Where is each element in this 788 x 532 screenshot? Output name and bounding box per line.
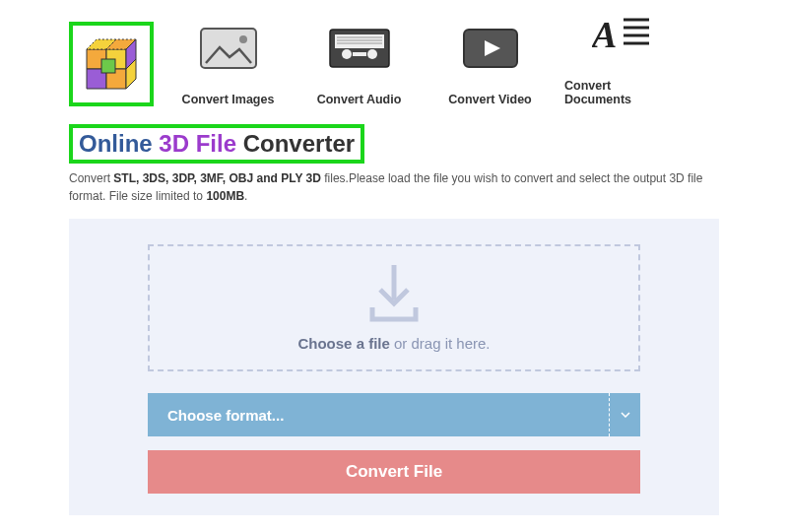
svg-rect-9 [201, 29, 256, 68]
top-nav: Convert Images Convert Audio [69, 10, 719, 106]
svg-point-10 [239, 35, 247, 43]
svg-rect-15 [353, 52, 366, 56]
upload-panel: Choose a file or drag it here. Choose fo… [69, 219, 719, 515]
svg-rect-8 [101, 59, 115, 73]
convert-button-label: Convert File [346, 462, 442, 482]
nav-label: Convert Video [448, 93, 532, 106]
chevron-down-icon [609, 393, 640, 436]
description-text: Convert STL, 3DS, 3DP, 3MF, OBJ and PLY … [69, 169, 719, 205]
dropzone-text: Choose a file or drag it here. [150, 335, 638, 352]
format-select-label: Choose format... [167, 407, 284, 424]
cube-3d-icon [77, 30, 146, 99]
play-icon [463, 29, 518, 68]
svg-point-14 [367, 49, 377, 59]
cassette-icon [329, 29, 390, 68]
document-icon: A [592, 14, 651, 55]
format-select[interactable]: Choose format... [148, 393, 640, 436]
nav-label: Convert Images [182, 93, 275, 106]
file-dropzone[interactable]: Choose a file or drag it here. [148, 244, 640, 371]
nav-convert-images[interactable]: Convert Images [171, 24, 285, 106]
nav-convert-video[interactable]: Convert Video [433, 24, 547, 106]
page-title: Online 3D File Converter [69, 124, 364, 164]
nav-convert-audio[interactable]: Convert Audio [302, 24, 416, 106]
svg-rect-12 [335, 34, 384, 48]
nav-convert-documents[interactable]: A Convert Documents [564, 10, 678, 106]
image-icon [200, 28, 257, 69]
convert-button[interactable]: Convert File [148, 450, 640, 494]
svg-point-13 [342, 49, 352, 59]
download-icon [364, 260, 424, 325]
nav-label: Convert Documents [564, 79, 678, 106]
nav-label: Convert Audio [317, 93, 402, 106]
svg-text:A: A [592, 14, 617, 55]
logo-3d[interactable] [69, 22, 154, 106]
